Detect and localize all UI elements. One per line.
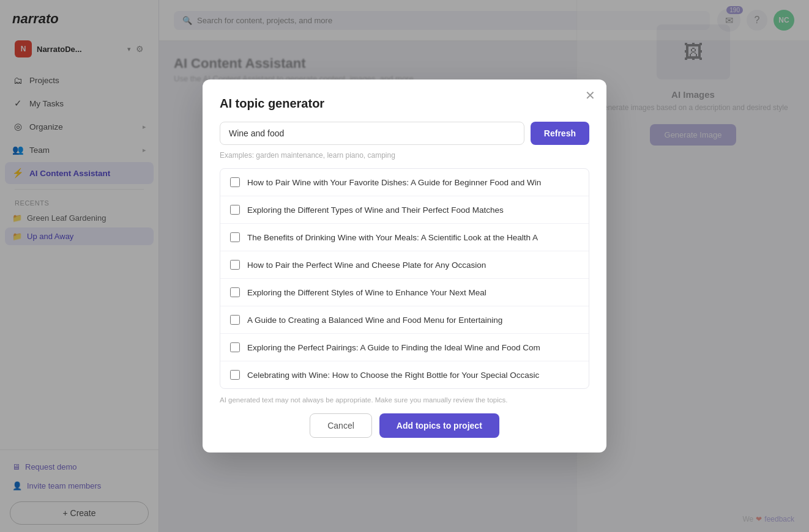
refresh-button[interactable]: Refresh [531,122,589,145]
add-topics-button[interactable]: Add topics to project [379,413,499,438]
list-item: Celebrating with Wine: How to Choose the… [220,361,589,388]
topic-text: Exploring the Different Types of Wine an… [247,205,504,215]
ai-topic-generator-modal: AI topic generator ✕ Refresh Examples: g… [203,79,606,453]
topic-checkbox-0[interactable] [230,177,240,187]
modal-actions: Cancel Add topics to project [220,413,589,438]
topics-list: How to Pair Wine with Your Favorite Dish… [220,168,589,389]
topic-checkbox-2[interactable] [230,232,240,242]
cancel-button[interactable]: Cancel [310,413,372,438]
topic-text: How to Pair Wine with Your Favorite Dish… [247,178,541,187]
examples-hint: Examples: garden maintenance, learn pian… [220,151,589,160]
list-item: How to Pair Wine with Your Favorite Dish… [220,169,589,196]
modal-overlay: AI topic generator ✕ Refresh Examples: g… [0,0,809,532]
topic-checkbox-4[interactable] [230,287,240,297]
list-item: Exploring the Perfect Pairings: A Guide … [220,334,589,361]
topic-checkbox-3[interactable] [230,260,240,270]
modal-title: AI topic generator [220,97,589,111]
modal-search-row: Refresh [220,122,589,145]
close-button[interactable]: ✕ [585,89,595,102]
topic-text: How to Pair the Perfect Wine and Cheese … [247,260,486,270]
topic-text: A Guide to Creating a Balanced Wine and … [247,316,502,325]
disclaimer-text: AI generated text may not always be appr… [220,396,589,404]
topic-input[interactable] [220,122,524,145]
topic-text: Exploring the Perfect Pairings: A Guide … [247,343,540,352]
topic-text: The Benefits of Drinking Wine with Your … [247,233,538,242]
list-item: Exploring the Different Types of Wine an… [220,196,589,224]
topic-checkbox-7[interactable] [230,370,240,380]
list-item: A Guide to Creating a Balanced Wine and … [220,306,589,334]
list-item: Exploring the Different Styles of Wine t… [220,279,589,306]
topic-text: Celebrating with Wine: How to Choose the… [247,371,539,380]
list-item: The Benefits of Drinking Wine with Your … [220,224,589,251]
topic-checkbox-6[interactable] [230,342,240,352]
topic-checkbox-1[interactable] [230,205,240,215]
topic-checkbox-5[interactable] [230,315,240,325]
topic-text: Exploring the Different Styles of Wine t… [247,288,487,297]
list-item: How to Pair the Perfect Wine and Cheese … [220,251,589,279]
